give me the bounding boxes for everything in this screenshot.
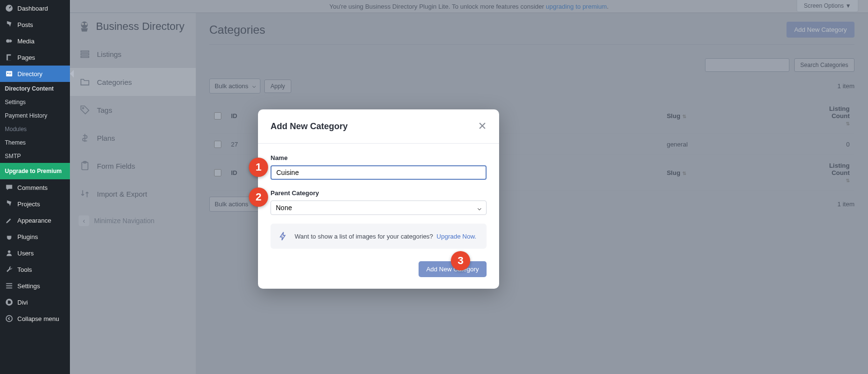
- nav-themes[interactable]: Themes: [0, 136, 70, 149]
- media-icon: [5, 37, 14, 45]
- svg-rect-6: [9, 73, 12, 73]
- lightning-icon: [278, 231, 288, 241]
- svg-rect-3: [8, 55, 12, 60]
- nav-users[interactable]: Users: [0, 245, 70, 261]
- brush-icon: [5, 216, 14, 225]
- nav-settings-sub[interactable]: Settings: [0, 95, 70, 109]
- nav-projects[interactable]: Projects: [0, 196, 70, 212]
- parent-label: Parent Category: [271, 189, 487, 197]
- nav-media[interactable]: Media: [0, 33, 70, 49]
- nav-payment-history[interactable]: Payment History: [0, 109, 70, 122]
- pages-icon: [5, 53, 14, 62]
- sliders-icon: [5, 281, 14, 290]
- svg-rect-10: [6, 285, 13, 286]
- category-name-input[interactable]: [271, 165, 487, 180]
- nav-plugins[interactable]: Plugins: [0, 228, 70, 245]
- nav-divi[interactable]: Divi: [0, 294, 70, 310]
- close-icon[interactable]: ✕: [478, 120, 487, 133]
- wrench-icon: [5, 265, 14, 274]
- callout-badge-2: 2: [249, 187, 268, 207]
- pin-icon: [5, 20, 14, 29]
- nav-tools[interactable]: Tools: [0, 261, 70, 278]
- nav-posts[interactable]: Posts: [0, 16, 70, 33]
- svg-rect-9: [6, 283, 13, 284]
- upgrade-now-link[interactable]: Upgrade Now.: [436, 233, 476, 240]
- plug-icon: [5, 232, 14, 241]
- upsell-notice: Want to show a list of images for your c…: [271, 224, 487, 249]
- nav-pages[interactable]: Pages: [0, 49, 70, 66]
- nav-smtp[interactable]: SMTP: [0, 149, 70, 163]
- directory-icon: [5, 69, 14, 78]
- nav-directory-content[interactable]: Directory Content: [0, 82, 70, 95]
- wp-admin-sidebar: Dashboard Posts Media Pages Directory Di…: [0, 0, 70, 374]
- nav-appearance[interactable]: Appearance: [0, 212, 70, 228]
- name-label: Name: [271, 154, 487, 161]
- nav-collapse[interactable]: Collapse menu: [0, 310, 70, 327]
- nav-comments[interactable]: Comments: [0, 179, 70, 196]
- collapse-icon: [5, 314, 14, 323]
- comment-icon: [5, 183, 14, 192]
- chevron-down-icon: ⌵: [477, 204, 481, 212]
- callout-badge-1: 1: [249, 158, 268, 177]
- svg-point-13: [6, 316, 13, 322]
- callout-badge-3: 3: [451, 251, 470, 270]
- nav-modules[interactable]: Modules: [0, 122, 70, 136]
- user-icon: [5, 249, 14, 257]
- divi-icon: [5, 298, 14, 307]
- nav-settings[interactable]: Settings: [0, 278, 70, 294]
- nav-upgrade-premium[interactable]: Upgrade to Premium: [0, 163, 70, 179]
- svg-rect-7: [9, 74, 11, 74]
- modal-title: Add New Category: [271, 121, 348, 132]
- dashboard-icon: [5, 4, 14, 13]
- svg-point-8: [8, 251, 10, 253]
- parent-category-select[interactable]: None⌵: [271, 200, 487, 215]
- nav-dashboard[interactable]: Dashboard: [0, 0, 70, 16]
- pin-icon: [5, 200, 14, 208]
- nav-directory[interactable]: Directory: [0, 66, 70, 82]
- svg-point-5: [7, 73, 9, 74]
- svg-point-1: [6, 39, 10, 42]
- svg-rect-11: [6, 288, 13, 289]
